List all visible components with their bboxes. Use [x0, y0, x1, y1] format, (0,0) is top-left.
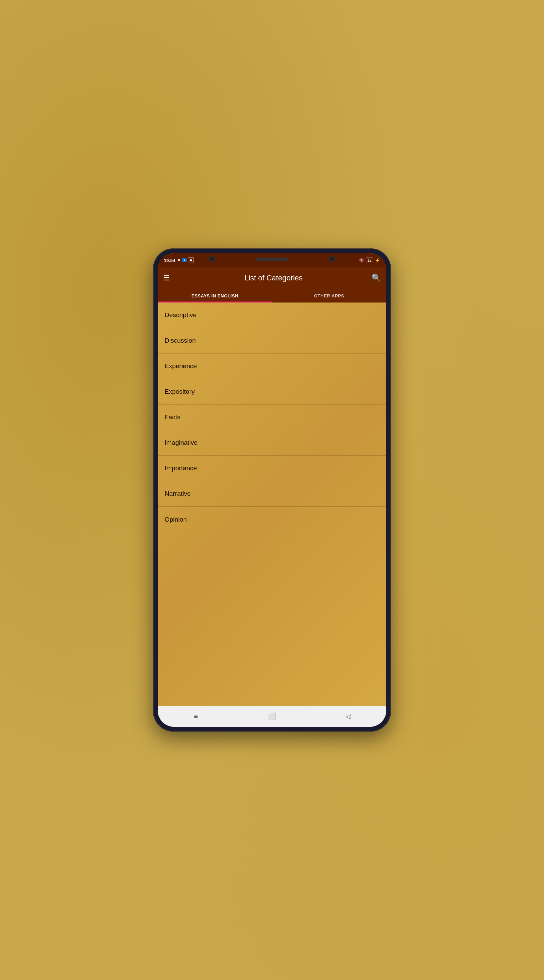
list-item[interactable]: Expository — [158, 379, 386, 404]
category-label: Expository — [165, 388, 195, 395]
category-label: Facts — [165, 414, 180, 421]
category-label: Experience — [165, 363, 197, 370]
search-icon[interactable]: 🔍 — [372, 274, 381, 282]
list-item[interactable]: Experience — [158, 353, 386, 379]
status-time: 19:54 — [164, 258, 175, 263]
category-label: Imaginative — [165, 439, 198, 447]
charging-icon: ⚡ — [375, 258, 380, 263]
tab-essays[interactable]: ESSAYS IN ENGLISH — [158, 288, 272, 302]
battery-indicator: 12 — [366, 258, 373, 263]
status-icons: ✕ ✦ A — [177, 257, 194, 263]
list-item[interactable]: Narrative — [158, 481, 386, 507]
app-title: List of Categories — [175, 274, 372, 282]
category-list: Descriptive Discussion Experience Exposi… — [158, 302, 386, 706]
nav-home-icon[interactable]: ⬜ — [262, 710, 282, 723]
status-icon-x: ✕ — [177, 258, 181, 263]
category-label: Discussion — [165, 337, 196, 344]
phone-speaker — [255, 258, 289, 261]
list-item[interactable]: Descriptive — [158, 302, 386, 328]
category-label: Importance — [165, 465, 197, 472]
phone-screen: 19:54 ✕ ✦ A 🔇 12 ⚡ ☰ List of Categories … — [158, 253, 386, 727]
phone-camera-left — [209, 256, 215, 262]
list-item[interactable]: Opinion — [158, 507, 386, 532]
nav-back-icon[interactable]: ◁ — [338, 710, 358, 723]
category-label: Descriptive — [165, 311, 197, 319]
list-item[interactable]: Discussion — [158, 328, 386, 353]
phone-camera-right — [329, 256, 335, 262]
status-icon-compass: ✦ — [182, 258, 187, 262]
nav-menu-icon[interactable]: ≡ — [186, 710, 206, 723]
list-item[interactable]: Importance — [158, 456, 386, 481]
tabs-bar: ESSAYS IN ENGLISH OTHER APPS — [158, 288, 386, 302]
phone-frame: 19:54 ✕ ✦ A 🔇 12 ⚡ ☰ List of Categories … — [153, 248, 391, 732]
list-item[interactable]: Imaginative — [158, 430, 386, 456]
category-label: Narrative — [165, 490, 191, 498]
tab-other-apps[interactable]: OTHER APPS — [272, 288, 386, 302]
list-item[interactable]: Facts — [158, 404, 386, 430]
mute-icon: 🔇 — [359, 258, 364, 263]
bottom-nav: ≡ ⬜ ◁ — [158, 706, 386, 727]
status-right: 🔇 12 ⚡ — [359, 258, 380, 263]
app-bar: ☰ List of Categories 🔍 — [158, 267, 386, 288]
hamburger-icon[interactable]: ☰ — [163, 274, 170, 282]
status-icon-a: A — [188, 257, 194, 263]
status-left: 19:54 ✕ ✦ A — [164, 257, 194, 263]
category-label: Opinion — [165, 516, 187, 523]
